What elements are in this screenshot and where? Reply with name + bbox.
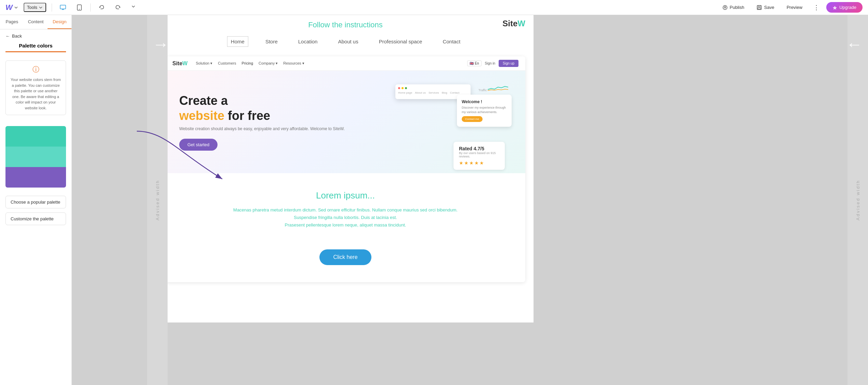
- choose-popular-palette-button[interactable]: Choose a popular palette: [5, 196, 66, 208]
- swatch-mint[interactable]: [5, 147, 66, 167]
- inner-nav-customers[interactable]: Customers: [218, 61, 236, 66]
- click-here-section: Click here: [166, 239, 525, 282]
- hero-title-line2: website for free: [179, 108, 385, 123]
- desktop-view-button[interactable]: [57, 2, 68, 13]
- publish-icon: [722, 5, 728, 10]
- save-label: Save: [764, 5, 774, 10]
- redo-button[interactable]: [113, 2, 123, 13]
- mobile-view-button[interactable]: [74, 2, 85, 13]
- logo-w: W: [5, 3, 13, 12]
- advised-width-right: Advised width: [847, 15, 868, 385]
- rating-card: Rated 4.7/5 By our users based on 915 re…: [453, 142, 505, 170]
- lorem-section: Lorem ipsum... Macenas pharetra metud in…: [166, 173, 525, 239]
- inner-nav-company[interactable]: Company ▾: [259, 61, 278, 66]
- dot-yellow: [402, 87, 404, 89]
- hero-content: Create a website for free Website creati…: [179, 93, 385, 150]
- svg-rect-5: [758, 5, 760, 7]
- hero-cta-button[interactable]: Get started: [179, 139, 218, 151]
- site-main-nav: Home Store Location About us Professiona…: [157, 32, 534, 51]
- lorem-title: Lorem ipsum...: [186, 190, 505, 201]
- nav-item-location[interactable]: Location: [295, 37, 321, 46]
- hero-mockup: Home page About us Services Blog Contact…: [395, 84, 512, 160]
- rating-stars: ★★★★★: [459, 160, 499, 166]
- signin-link[interactable]: Sign in: [485, 61, 496, 65]
- save-button[interactable]: Save: [752, 3, 778, 12]
- welcome-subtitle: Discover my experience through my variou…: [462, 106, 507, 114]
- advised-width-left-text: Advised width: [155, 180, 160, 220]
- upgrade-button[interactable]: Upgrade: [826, 2, 863, 13]
- publish-button[interactable]: Publish: [718, 3, 749, 12]
- mini-nav-aboutus: About us: [415, 91, 426, 94]
- preview-label: Preview: [787, 5, 802, 10]
- tab-pages[interactable]: Pages: [0, 15, 24, 29]
- inner-nav-solution[interactable]: Solution ▾: [196, 61, 212, 66]
- mini-nav-contact: Contact: [450, 91, 460, 94]
- logo-dropdown-icon[interactable]: [14, 5, 18, 10]
- separator-2: [90, 3, 91, 12]
- nav-item-contact[interactable]: Contact: [439, 37, 464, 46]
- palette-info-box: ⓘ Your website colors stem from a palett…: [5, 60, 66, 115]
- tab-design[interactable]: Design: [48, 15, 71, 29]
- browser-dots: [398, 87, 468, 89]
- customize-palette-label: Customize the palette: [11, 216, 54, 221]
- more-options-button[interactable]: [129, 2, 140, 13]
- svg-rect-0: [60, 5, 66, 9]
- app-logo: W: [5, 3, 18, 12]
- contact-mini-label: Contact me: [465, 118, 479, 121]
- tab-content[interactable]: Content: [24, 15, 48, 29]
- nav-item-professional[interactable]: Professional space: [376, 37, 426, 46]
- right-arrow-icon: →: [153, 35, 169, 54]
- nav-item-home[interactable]: Home: [227, 36, 248, 47]
- signup-button[interactable]: Sign up: [499, 60, 518, 67]
- swatch-teal[interactable]: [5, 126, 66, 147]
- toolbar-right: Publish Save Preview ⋮ Upgrade: [718, 2, 863, 13]
- site-logo-top: SiteW: [502, 19, 525, 28]
- nav-item-store[interactable]: Store: [262, 37, 281, 46]
- hero-suffix: for free: [228, 109, 270, 123]
- undo-button[interactable]: [96, 2, 107, 13]
- mini-nav-homepage: Home page: [398, 91, 412, 94]
- color-swatches[interactable]: [5, 126, 66, 188]
- dot-green: [405, 87, 407, 89]
- customize-palette-button[interactable]: Customize the palette: [5, 212, 66, 225]
- canvas-nav-arrow-left[interactable]: ←: [842, 32, 866, 56]
- inner-nav-pricing[interactable]: Pricing: [241, 61, 253, 66]
- inner-nav-logo: SiteW: [172, 60, 187, 67]
- palette-title: Palette colors: [5, 43, 66, 52]
- hero-cta-label: Get started: [187, 142, 209, 147]
- rating-score: Rated 4.7/5: [459, 146, 499, 151]
- inner-nav: SiteW Solution ▾ Customers Pricing Compa…: [166, 56, 525, 71]
- back-button[interactable]: ← Back: [0, 29, 71, 43]
- welcome-card: Welcome ! Discover my experience through…: [457, 95, 512, 127]
- toolbar: W Tools Publish Save Preview ⋮: [0, 0, 868, 15]
- canvas-page: Follow the instructions SiteW Home Store…: [157, 15, 534, 322]
- canvas-nav-arrow-right[interactable]: →: [149, 32, 173, 56]
- info-icon: ⓘ: [10, 65, 62, 74]
- save-icon: [757, 5, 762, 10]
- lorem-line1: Macenas pharetra metud interdum dictum. …: [186, 206, 505, 214]
- popular-palette-label: Choose a popular palette: [11, 200, 60, 205]
- language-badge[interactable]: 🇬🇧 En: [467, 60, 481, 66]
- mini-nav-blog: Blog: [442, 91, 447, 94]
- swatch-purple[interactable]: [5, 167, 66, 188]
- main-area: Pages Content Design ← Back Palette colo…: [0, 15, 868, 385]
- rating-sub: By our users based on 915 reviews.: [459, 151, 499, 158]
- canvas-area[interactable]: Advised width Advised width → ← Fol: [72, 15, 868, 385]
- toolbar-ellipsis-button[interactable]: ⋮: [811, 2, 822, 13]
- inner-nav-resources[interactable]: Resources ▾: [283, 61, 304, 66]
- lorem-text: Macenas pharetra metud interdum dictum. …: [186, 206, 505, 229]
- sidebar-tabs: Pages Content Design: [0, 15, 71, 29]
- advised-width-right-text: Advised width: [855, 180, 860, 220]
- nav-item-about[interactable]: About us: [334, 37, 361, 46]
- click-here-button[interactable]: Click here: [319, 249, 371, 265]
- tools-button[interactable]: Tools: [24, 3, 46, 12]
- svg-rect-6: [758, 8, 761, 9]
- site-header-banner: Follow the instructions SiteW: [157, 15, 534, 32]
- contact-mini-button[interactable]: Contact me: [462, 116, 483, 122]
- hero-title-line1: Create a: [179, 93, 385, 108]
- hero-highlight: website: [179, 109, 224, 123]
- separator-1: [52, 3, 52, 12]
- svg-point-2: [79, 9, 80, 10]
- preview-button[interactable]: Preview: [782, 3, 806, 12]
- tools-dropdown-icon: [39, 5, 43, 10]
